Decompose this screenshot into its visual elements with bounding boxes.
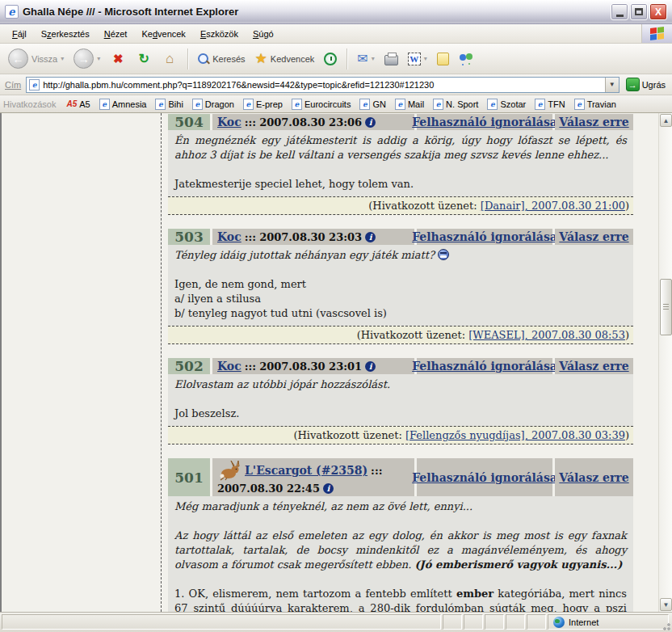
post-datetime: 2007.08.30 23:03 <box>259 231 362 243</box>
search-button[interactable]: Keresés <box>195 52 248 66</box>
status-panel <box>464 614 483 630</box>
reply-link[interactable]: Válasz erre <box>559 471 628 484</box>
resize-grip[interactable] <box>660 620 671 631</box>
author-link[interactable]: Koc <box>217 116 242 129</box>
go-button[interactable]: → Ugrás <box>623 77 669 92</box>
mail-button[interactable]: ✉ ▾ <box>354 49 377 68</box>
favorites-label: Kedvencek <box>271 54 314 64</box>
menu-item-kedvencek[interactable]: Kedvencek <box>134 27 192 41</box>
mail-dropdown-icon[interactable]: ▾ <box>372 55 375 62</box>
maximize-icon <box>635 8 643 15</box>
history-button[interactable] <box>321 51 340 67</box>
browser-window: e Ghalla Népe /// - Microsoft Internet E… <box>0 0 672 632</box>
a5-logo-icon: A5 <box>66 99 77 108</box>
info-icon[interactable]: i <box>365 117 376 128</box>
maximize-button[interactable] <box>630 3 648 20</box>
menu-item-fájl[interactable]: Fájl <box>5 27 34 41</box>
author-link[interactable]: Koc <box>217 360 242 373</box>
forum-posts: 504Koc:::2007.08.30 23:06iFelhasználó ig… <box>168 114 633 612</box>
author-separator: ::: <box>245 360 256 373</box>
address-input[interactable]: e http://ghalla.pbm.hu/comment.php?q=118… <box>26 77 619 93</box>
edit-dropdown-icon[interactable]: ▾ <box>424 55 427 62</box>
scroll-up-button[interactable]: ▲ <box>660 114 672 127</box>
print-button[interactable] <box>381 51 401 67</box>
reply-link[interactable]: Válasz erre <box>559 116 628 129</box>
quoted-message-bar: (Hivatkozott üzenet: [Fellengzős nyugdíj… <box>168 426 633 445</box>
post-paragraph: Jol beszelsz. <box>174 407 627 421</box>
author-link[interactable]: Koc <box>217 230 242 243</box>
quoted-message-link[interactable]: [WEASEL], 2007.08.30 08:53 <box>468 329 625 341</box>
menu-item-súgó[interactable]: Súgó <box>246 27 281 41</box>
post-body: Elolvastam az utóbbi jópár hozzászólást.… <box>168 374 633 426</box>
info-icon[interactable]: i <box>323 483 334 494</box>
discuss-button[interactable] <box>434 51 452 67</box>
quote-prefix: (Hivatkozott üzenet: <box>293 429 405 441</box>
post-paragraph: Tényleg idáig jutottak néhányan egy játé… <box>174 248 627 263</box>
reply-link[interactable]: Válasz erre <box>559 360 628 373</box>
text-segment: Tényleg idáig jutottak néhányan egy játé… <box>174 249 438 261</box>
link-item-szotar[interactable]: eSzotar <box>487 99 526 110</box>
scroll-down-button[interactable]: ▼ <box>660 598 672 611</box>
ignore-user-link[interactable]: Felhasználó ignorálása <box>412 471 557 484</box>
forum-post-501: 501L'Escargot (#2358):::2007.08.30 22:45… <box>168 458 633 612</box>
go-label: Ugrás <box>642 80 666 90</box>
ignore-user-link[interactable]: Felhasználó ignorálása <box>412 116 557 129</box>
link-item-bihi[interactable]: eBihi <box>155 99 183 110</box>
info-icon[interactable]: i <box>365 232 376 242</box>
favorites-button[interactable]: ★ Kedvencek <box>252 48 318 69</box>
quoted-message-link[interactable]: [Danair], 2007.08.30 21:00 <box>481 200 625 212</box>
link-item-tfn[interactable]: eTFN <box>535 99 565 110</box>
quoted-message-link[interactable]: [Fellengzős nyugdíjas], 2007.08.30 03:39 <box>405 429 625 441</box>
forward-button[interactable]: → ▾ <box>70 47 103 70</box>
link-item-mail[interactable]: eMail <box>395 99 424 110</box>
address-dropdown-button[interactable]: ▼ <box>605 78 619 92</box>
reply-cell: Válasz erre <box>555 358 633 374</box>
menu-item-szerkesztés[interactable]: Szerkesztés <box>34 27 97 41</box>
text-segment: Én megnéznék egy játékmesterit is addig … <box>174 134 630 161</box>
info-icon[interactable]: i <box>365 361 376 372</box>
home-icon: ⌂ <box>162 51 178 67</box>
text-segment: Jatekmesterije speciel lehet, hogy tolem… <box>174 178 414 190</box>
text-segment: 1. OK, elismerem, nem tartozom a fentebb… <box>174 588 456 600</box>
vertical-scrollbar[interactable]: ▲ ▼ <box>658 113 672 612</box>
link-item-n-sport[interactable]: eN. Sport <box>433 99 478 110</box>
menu-item-nézet[interactable]: Nézet <box>97 27 135 41</box>
menu-item-eszközök[interactable]: Eszközök <box>193 27 246 41</box>
quote-prefix: (Hivatkozott üzenet: <box>368 200 481 212</box>
forum-post-504: 504Koc:::2007.08.30 23:06iFelhasználó ig… <box>168 114 633 215</box>
back-button[interactable]: ← Vissza ▾ <box>5 47 67 70</box>
home-button[interactable]: ⌂ <box>158 49 181 69</box>
close-button[interactable]: X <box>649 3 667 20</box>
internet-globe-icon <box>553 617 565 628</box>
back-dropdown-icon[interactable]: ▾ <box>61 55 64 62</box>
page-icon: e <box>29 79 40 91</box>
link-label: E-prep <box>256 99 283 109</box>
quote-suffix: ) <box>625 429 629 441</box>
link-item-e-prep[interactable]: eE-prep <box>243 99 283 110</box>
link-item-gn[interactable]: eGN <box>359 99 386 110</box>
post-header: 502Koc:::2007.08.30 23:01iFelhasználó ig… <box>168 358 633 374</box>
rabbit-avatar-icon <box>217 460 242 481</box>
link-item-dragon[interactable]: eDragon <box>192 99 234 110</box>
link-item-travian[interactable]: eTravian <box>574 99 616 110</box>
stop-button[interactable]: ✖ <box>107 49 129 69</box>
ignore-user-link[interactable]: Felhasználó ignorálása <box>412 230 557 243</box>
scrollbar-thumb[interactable] <box>660 279 672 335</box>
link-item-a5[interactable]: A5A5 <box>66 99 90 109</box>
reply-link[interactable]: Válasz erre <box>559 230 628 243</box>
refresh-button[interactable]: ↻ <box>132 49 155 69</box>
ignore-user-cell: Felhasználó ignorálása <box>417 114 552 130</box>
minimize-button[interactable] <box>611 3 628 20</box>
author-link[interactable]: L'Escargot (#2358) <box>245 464 368 477</box>
reply-cell: Válasz erre <box>555 114 633 130</box>
forward-dropdown-icon[interactable]: ▾ <box>97 55 100 62</box>
link-item-eurocircuits[interactable]: eEurocircuits <box>292 99 351 110</box>
edit-with-word-button[interactable]: W ▾ <box>405 51 430 67</box>
ignore-user-link[interactable]: Felhasználó ignorálása <box>412 360 557 373</box>
minimize-icon <box>616 15 624 17</box>
reply-cell: Válasz erre <box>555 458 633 496</box>
ie-page-icon: e <box>395 99 405 110</box>
messenger-button[interactable] <box>456 51 477 67</box>
link-label: Dragon <box>205 99 234 109</box>
link-item-amnesia[interactable]: eAmnesia <box>99 99 147 110</box>
